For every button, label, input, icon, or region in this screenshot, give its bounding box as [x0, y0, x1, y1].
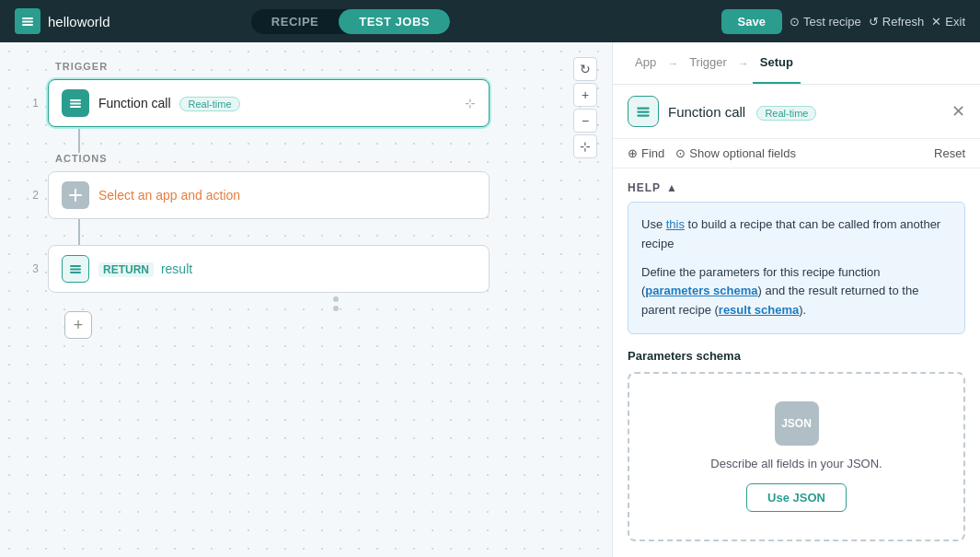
arrow-sep-2: →	[738, 57, 749, 70]
step-row-1: 1 Function call Real-time ⊹	[18, 79, 594, 127]
eye-icon: ⊙	[675, 146, 686, 160]
step-num-1: 1	[18, 97, 39, 110]
connector-1	[78, 127, 80, 153]
add-step-button[interactable]: +	[64, 311, 92, 339]
svg-rect-8	[70, 265, 81, 267]
exit-button[interactable]: ✕ Exit	[931, 15, 965, 29]
canvas-zoom-in-btn[interactable]: +	[573, 83, 597, 107]
schema-title: Parameters schema	[628, 349, 965, 363]
tab-app[interactable]: App	[628, 42, 663, 84]
panel-header-icon	[628, 96, 659, 127]
test-recipe-button[interactable]: ⊙ Test recipe	[790, 15, 861, 29]
help-line-1: Use this to build a recipe that can be c…	[641, 215, 951, 254]
svg-rect-12	[637, 110, 650, 112]
save-button[interactable]: Save	[721, 9, 782, 34]
svg-rect-3	[70, 99, 81, 101]
svg-rect-2	[22, 24, 33, 26]
refresh-button[interactable]: ↺ Refresh	[869, 15, 925, 29]
arrow-sep-1: →	[667, 57, 678, 70]
tab-test-jobs[interactable]: TEST JOBS	[339, 9, 450, 34]
step-box-return[interactable]: RETURN result	[48, 245, 490, 293]
step-title-1: Function call Real-time	[98, 96, 240, 110]
canvas-controls: ↻ + − ⊹	[573, 57, 597, 158]
step-title-3: RETURN result	[98, 261, 192, 276]
expand-icon: ⊹	[465, 96, 476, 110]
help-link-this[interactable]: this	[666, 217, 685, 231]
panel-toolbar: ⊕ Find ⊙ Show optional fields Reset	[613, 139, 980, 168]
select-action-icon	[62, 181, 89, 209]
use-json-button[interactable]: Use JSON	[746, 483, 847, 512]
svg-rect-13	[637, 114, 650, 116]
trigger-label: TRIGGER	[55, 61, 594, 72]
step-num-2: 2	[18, 189, 39, 202]
canvas-refresh-btn[interactable]: ↻	[573, 57, 597, 81]
schema-section: Parameters schema JSON Describe all fiel…	[628, 349, 965, 541]
step-row-2: 2 Select an app and action	[18, 171, 594, 219]
close-icon: ✕	[931, 15, 941, 29]
logo-icon	[15, 8, 40, 34]
realtime-badge: Real-time	[179, 97, 239, 111]
mode-tabs: RECIPE TEST JOBS	[251, 9, 450, 34]
find-button[interactable]: ⊕ Find	[628, 146, 664, 160]
topbar-actions: Save ⊙ Test recipe ↺ Refresh ✕ Exit	[721, 9, 965, 34]
test-recipe-icon: ⊙	[790, 15, 800, 29]
panel-tabs: App → Trigger → Setup	[613, 42, 980, 85]
show-optional-button[interactable]: ⊙ Show optional fields	[675, 146, 796, 160]
search-icon: ⊕	[628, 146, 638, 160]
panel-close-button[interactable]: ✕	[951, 101, 965, 122]
dot-1	[333, 296, 339, 302]
help-link-params[interactable]: parameters schema	[645, 284, 757, 297]
step-box-function-call[interactable]: Function call Real-time ⊹	[48, 79, 490, 127]
topbar: helloworld RECIPE TEST JOBS Save ⊙ Test …	[0, 0, 980, 42]
step-title-2: Select an app and action	[98, 188, 240, 203]
svg-rect-10	[70, 272, 81, 273]
step-row-3: 3 RETURN result	[18, 245, 594, 293]
tab-trigger[interactable]: Trigger	[682, 42, 734, 84]
function-call-icon	[62, 89, 89, 117]
schema-dropzone: JSON Describe all fields in your JSON. U…	[628, 372, 965, 541]
step-num-3: 3	[18, 262, 39, 275]
help-link-result[interactable]: result schema	[719, 303, 799, 317]
connector-dots	[78, 296, 594, 311]
dot-2	[333, 306, 339, 311]
help-section: HELP ▲ Use this to build a recipe that c…	[628, 181, 965, 334]
app-logo: helloworld	[15, 8, 110, 34]
app-name: helloworld	[48, 14, 110, 29]
svg-rect-11	[637, 108, 650, 110]
panel-body: HELP ▲ Use this to build a recipe that c…	[613, 168, 980, 557]
tab-recipe[interactable]: RECIPE	[251, 9, 339, 34]
reset-button[interactable]: Reset	[934, 146, 965, 160]
actions-label: ACTIONS	[55, 153, 594, 164]
svg-rect-5	[70, 106, 81, 108]
canvas: ↻ + − ⊹ TRIGGER 1 Function call Real-tim…	[0, 42, 612, 557]
schema-desc: Describe all fields in your JSON.	[648, 457, 945, 470]
connector-2	[78, 219, 80, 245]
svg-rect-1	[22, 21, 33, 23]
help-content: Use this to build a recipe that can be c…	[628, 202, 965, 334]
panel-header: Function call Real-time ✕	[613, 85, 980, 139]
canvas-zoom-out-btn[interactable]: −	[573, 109, 597, 133]
canvas-fit-btn[interactable]: ⊹	[573, 134, 597, 158]
step-box-select-action[interactable]: Select an app and action	[48, 171, 490, 219]
svg-rect-4	[70, 103, 81, 105]
help-header[interactable]: HELP ▲	[628, 181, 965, 194]
refresh-icon: ↺	[869, 15, 879, 29]
panel-header-title: Function call Real-time	[668, 104, 816, 120]
chevron-up-icon: ▲	[666, 181, 678, 194]
panel-realtime-badge: Real-time	[756, 106, 816, 121]
json-icon: JSON	[775, 401, 819, 446]
main-layout: ↻ + − ⊹ TRIGGER 1 Function call Real-tim…	[0, 42, 980, 557]
help-title: HELP	[628, 181, 661, 194]
tab-setup[interactable]: Setup	[753, 42, 801, 84]
return-icon	[62, 255, 89, 283]
svg-rect-0	[22, 17, 33, 19]
right-panel: App → Trigger → Setup Function call Real…	[612, 42, 980, 557]
svg-rect-9	[70, 269, 81, 271]
help-line-2: Define the parameters for this recipe fu…	[641, 263, 951, 320]
